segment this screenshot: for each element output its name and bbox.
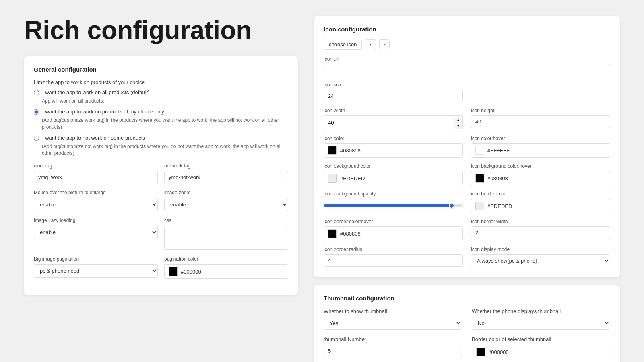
pagination-color-group: pagination color #000000 bbox=[164, 256, 288, 279]
radio-choice-input[interactable] bbox=[34, 109, 39, 115]
icon-size-field: icon size bbox=[324, 82, 463, 102]
icon-bg-opacity-label: icon background opacity bbox=[324, 191, 463, 197]
icon-border-color-hover-value: #080808 bbox=[340, 231, 361, 237]
icon-width-label: icon width bbox=[324, 108, 463, 113]
page-title: Rich configuration bbox=[24, 16, 298, 44]
css-group: css bbox=[164, 218, 288, 250]
icon-border-color-swatch bbox=[475, 202, 484, 210]
radio-some-input[interactable] bbox=[34, 136, 39, 141]
icon-color-swatch bbox=[328, 146, 337, 155]
image-lazy-group: image Lazy loading enable disable bbox=[34, 218, 158, 250]
icon-size-label: icon size bbox=[324, 82, 463, 88]
pagination-color-label: pagination color bbox=[164, 256, 288, 262]
icon-bg-color-hover-value: #080808 bbox=[487, 175, 508, 181]
slider-fill bbox=[324, 204, 452, 207]
icon-color-hover-field: icon color:hover #FFFFFF bbox=[471, 136, 610, 158]
radio-some-label: I want the app to not work on some produ… bbox=[42, 135, 145, 141]
phone-thumbnail-select[interactable]: No Yes bbox=[472, 317, 610, 330]
icon-color-hover-input-row[interactable]: #FFFFFF bbox=[471, 143, 610, 158]
icon-color-input-row[interactable]: #080808 bbox=[324, 143, 463, 158]
pagination-color-input-row[interactable]: #000000 bbox=[164, 264, 288, 279]
width-down-btn[interactable]: ▼ bbox=[454, 123, 462, 129]
general-config-title: General configuration bbox=[34, 66, 288, 73]
icon-bg-color-hover-field: icon background color:hover #080808 bbox=[471, 163, 610, 185]
radio-all-desc: App will work on all products. bbox=[42, 98, 288, 105]
icon-color-value: #080808 bbox=[340, 148, 361, 154]
pagination-color-swatch bbox=[169, 267, 178, 276]
radio-all-products[interactable]: I want the app to work on all products (… bbox=[34, 89, 288, 95]
not-work-tag-input[interactable] bbox=[164, 171, 288, 183]
show-thumbnail-select[interactable]: Yes No bbox=[324, 317, 462, 330]
icon-border-color-input-row[interactable]: #EDEDED bbox=[471, 199, 610, 213]
work-tag-input[interactable] bbox=[34, 171, 158, 183]
icon-color-hover-value: #FFFFFF bbox=[487, 148, 510, 154]
radio-choice-products[interactable]: I want the app to work on products of my… bbox=[34, 109, 288, 115]
big-image-pagination-group: Big image pagination pc & phone need pc … bbox=[34, 256, 158, 279]
icon-border-color-hover-field: icon border color:hover #080808 bbox=[324, 219, 463, 241]
icon-bg-color-hover-label: icon background color:hover bbox=[471, 163, 610, 169]
icon-bg-opacity-slider[interactable] bbox=[324, 204, 463, 207]
icon-height-label: icon height bbox=[471, 108, 610, 113]
border-color-label: Border color of selected thumbnail bbox=[472, 336, 610, 342]
icon-size-input[interactable] bbox=[324, 90, 463, 102]
show-thumbnail-field: Whether to show thumbnail Yes No bbox=[324, 308, 462, 330]
icon-height-field: icon height bbox=[471, 108, 610, 130]
radio-all-label: I want the app to work on all products (… bbox=[42, 89, 150, 95]
icon-color-hover-label: icon color:hover bbox=[471, 136, 610, 141]
not-work-tag-group: not work tag bbox=[164, 163, 288, 183]
icon-border-color-field: icon border color #EDEDED bbox=[471, 191, 610, 213]
icon-border-width-input[interactable] bbox=[471, 226, 610, 239]
image-lazy-select[interactable]: enable disable bbox=[34, 226, 158, 239]
border-color-input-row[interactable]: #000000 bbox=[472, 345, 610, 359]
icon-next-button[interactable]: › bbox=[379, 39, 390, 49]
radio-some-products[interactable]: I want the app to not work on some produ… bbox=[34, 135, 288, 141]
border-color-swatch bbox=[476, 348, 485, 356]
icon-prev-button[interactable]: ‹ bbox=[365, 39, 376, 49]
icon-bg-color-label: icon background color bbox=[324, 163, 463, 169]
icon-border-color-hover-swatch bbox=[328, 229, 337, 238]
icon-border-color-hover-input-row[interactable]: #080808 bbox=[324, 226, 463, 241]
icon-bg-color-hover-swatch bbox=[475, 174, 484, 183]
icon-width-spinner[interactable]: ▲ ▼ bbox=[324, 115, 463, 130]
icon-bg-color-hover-input-row[interactable]: #080808 bbox=[471, 171, 610, 185]
radio-all-input[interactable] bbox=[34, 90, 39, 95]
css-textarea[interactable] bbox=[164, 226, 288, 250]
icon-border-color-value: #EDEDED bbox=[487, 203, 512, 209]
icon-display-mode-label: icon display mode bbox=[471, 247, 610, 252]
image-zoom-select[interactable]: enable disable bbox=[164, 198, 288, 211]
icon-url-field: icon url bbox=[324, 56, 610, 76]
icon-border-width-label: icon border width bbox=[471, 219, 610, 224]
mouse-over-label: Mouse over the picture to enlarge bbox=[34, 190, 158, 195]
general-config-card: General configuration Limit the app to w… bbox=[24, 56, 298, 295]
phone-thumbnail-label: Whether the phone displays thumbnail bbox=[472, 308, 610, 314]
icon-border-radius-input[interactable] bbox=[324, 254, 463, 267]
icon-bg-color-input-row[interactable]: #EDEDED bbox=[324, 171, 463, 185]
phone-thumbnail-field: Whether the phone displays thumbnail No … bbox=[472, 308, 610, 330]
icon-config-title: Icon configuration bbox=[324, 26, 610, 33]
width-up-btn[interactable]: ▲ bbox=[454, 117, 462, 123]
thumbnail-number-field: thumbnail Number bbox=[324, 336, 462, 359]
image-zoom-label: image zoom bbox=[164, 190, 288, 195]
icon-bg-color-value: #EDEDED bbox=[340, 175, 365, 181]
icon-display-mode-select[interactable]: Always show(pc & phone) pc only phone on… bbox=[471, 254, 610, 267]
icon-border-color-label: icon border color bbox=[471, 191, 610, 197]
thumbnail-number-input[interactable] bbox=[324, 345, 462, 357]
icon-border-radius-field: icon border radius bbox=[324, 247, 463, 267]
slider-thumb bbox=[449, 203, 454, 208]
thumbnail-config-title: Thumbnail configuration bbox=[324, 295, 610, 302]
big-image-pagination-select[interactable]: pc & phone need pc only phone only disab… bbox=[34, 264, 158, 278]
product-scope-radio-group: I want the app to work on all products (… bbox=[34, 89, 288, 158]
choose-icon-button[interactable]: choose icon bbox=[324, 39, 362, 50]
icon-nav-row: choose icon ‹ › bbox=[324, 39, 610, 50]
icon-width-input[interactable] bbox=[324, 117, 454, 129]
mouse-over-select[interactable]: enable disable bbox=[34, 198, 158, 211]
icon-config-card: Icon configuration choose icon ‹ › icon … bbox=[314, 16, 620, 277]
icon-bg-opacity-field: icon background opacity bbox=[324, 191, 463, 213]
icon-height-input[interactable] bbox=[471, 115, 610, 128]
icon-url-input[interactable] bbox=[324, 64, 610, 76]
thumbnail-config-card: Thumbnail configuration Whether to show … bbox=[314, 285, 620, 362]
icon-color-hover-swatch bbox=[475, 146, 484, 155]
icon-bg-color-field: icon background color #EDEDED bbox=[324, 163, 463, 185]
icon-width-field: icon width ▲ ▼ bbox=[324, 108, 463, 130]
pagination-color-value: #000000 bbox=[181, 269, 201, 275]
